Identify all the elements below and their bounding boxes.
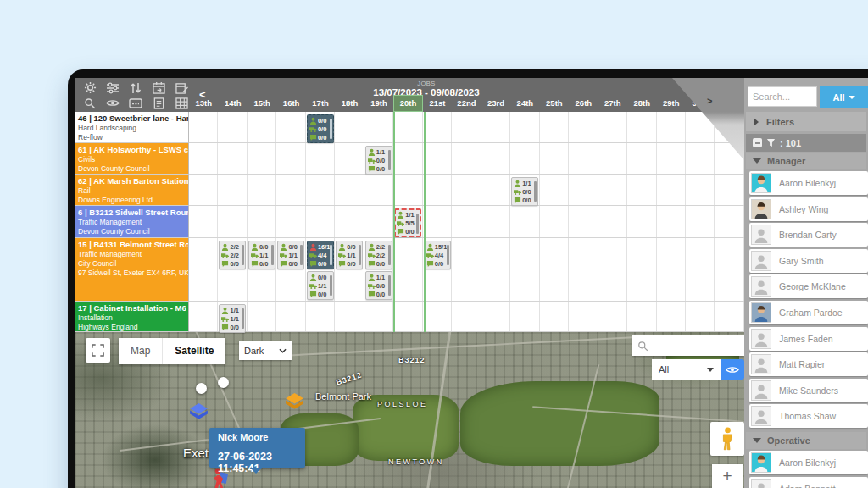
filters-label: Filters [766, 117, 794, 127]
filter-sliders-icon[interactable] [103, 80, 122, 95]
schedule-badge[interactable]: 1/15/50/0 [394, 208, 421, 237]
document-icon[interactable] [149, 96, 168, 110]
schedule-badge[interactable]: 1/10/00/0 [365, 146, 392, 175]
person-row[interactable]: Brendan Carty [749, 223, 868, 247]
person-row[interactable]: Aaron Bilenkyj [749, 171, 868, 195]
settings-icon[interactable] [81, 80, 99, 95]
sidebar-search-input[interactable] [748, 86, 817, 107]
person-row[interactable]: James Faden [749, 327, 868, 351]
map-fullscreen-button[interactable] [86, 338, 110, 363]
pegman-button[interactable] [710, 422, 744, 456]
day-header-22nd[interactable]: 22nd [452, 95, 481, 112]
badge-count-line: 0/0 [309, 133, 331, 141]
sort-icon[interactable] [126, 80, 145, 95]
badge-count-line: 0/0 [309, 259, 331, 268]
calendar-forward-icon[interactable] [149, 80, 168, 95]
person-row[interactable]: Mike Saunders [749, 379, 868, 402]
badge-count-line: 2/2 [221, 242, 243, 251]
schedule-badge[interactable]: 0/00/00/0 [307, 114, 334, 143]
map-marker-dot[interactable] [196, 383, 207, 394]
people-icon [309, 243, 317, 251]
filter-count-bar[interactable]: : 101 [746, 134, 866, 152]
person-row[interactable]: Ashley Wing [749, 197, 868, 221]
job-subtitle: Highways England [78, 323, 185, 331]
job-subtitle: Traffic Management [78, 250, 185, 258]
badge-count-line: 0/0 [309, 125, 331, 133]
schedule-badge[interactable]: 16/14/40/0 [307, 241, 334, 269]
visibility-icon[interactable] [103, 96, 122, 110]
map-tab[interactable]: Map [119, 338, 163, 364]
schedule-badge[interactable]: 1/10/00/0 [511, 177, 538, 206]
job-row-label[interactable]: 15 | B4131 Belmont Street RoTraffic Mana… [75, 238, 189, 302]
day-header-29th[interactable]: 29th [657, 95, 686, 112]
map-style-select[interactable]: Dark [239, 341, 292, 360]
day-header-20th[interactable]: 20th [393, 95, 422, 112]
badge-count-line: 1/1 [368, 147, 390, 156]
job-row-label[interactable]: 46 | 120 Sweetbrier lane - HarHard Lands… [75, 112, 189, 143]
day-header-24th[interactable]: 24th [510, 95, 539, 112]
day-header-28th[interactable]: 28th [627, 95, 656, 112]
person-row[interactable]: Thomas Shaw [749, 404, 868, 428]
table-grid-icon[interactable] [172, 96, 191, 110]
job-row-label[interactable]: 17 | Cabinet Installation - M6Installati… [75, 302, 189, 332]
schedule-badge[interactable]: 0/01/10/0 [307, 271, 334, 300]
job-title: 61 | AK Holsworthy - LSWS ca [78, 145, 185, 154]
day-header-16th[interactable]: 16th [276, 95, 305, 112]
satellite-tab[interactable]: Satellite [163, 338, 225, 364]
person-row[interactable]: Gary Smith [749, 249, 868, 273]
day-header-23rd[interactable]: 23rd [481, 95, 510, 112]
badge-count-line: 1/1 [280, 251, 302, 259]
sidebar-all-dropdown[interactable]: All [820, 86, 868, 108]
schedule-badge[interactable]: 0/01/10/0 [248, 241, 275, 269]
map-marker-layers-orange[interactable] [283, 393, 306, 416]
schedule-badge[interactable]: 1/10/00/0 [365, 271, 392, 300]
people-icon [514, 180, 521, 187]
job-row-label[interactable]: 61 | AK Holsworthy - LSWS caCivilsDevon … [75, 143, 189, 175]
badge-scrollbar [388, 245, 391, 265]
people-icon [426, 243, 434, 251]
calendar-edit-icon[interactable] [172, 80, 191, 95]
map-marker-dot[interactable] [218, 377, 229, 388]
chevron-right-icon [754, 118, 759, 126]
person-row[interactable]: Aaron Bilenkyj [749, 451, 868, 474]
day-header-18th[interactable]: 18th [335, 95, 364, 112]
person-row[interactable]: Adam Bennett [749, 477, 868, 488]
schedule-badge[interactable]: 2/22/20/0 [219, 241, 246, 269]
schedule-badge[interactable]: 15/14/40/0 [424, 241, 451, 269]
section-header-manager[interactable]: Manager [746, 152, 866, 169]
job-row-label[interactable]: 6 | B3212 Sidwell Street RounTraffic Man… [75, 206, 189, 238]
job-row-label[interactable]: 62 | AK Marsh Barton StationRailDowns En… [75, 175, 189, 206]
map-visibility-button[interactable] [721, 359, 744, 380]
day-header-27th[interactable]: 27th [598, 95, 627, 112]
badge-count-line: 0/0 [280, 259, 302, 268]
map-zoom-in-button[interactable]: + [712, 464, 743, 488]
schedule-badge[interactable]: 2/22/20/0 [365, 241, 392, 269]
schedule-badge[interactable]: 0/01/10/0 [277, 241, 304, 269]
filter-count-value: : 101 [780, 138, 801, 148]
badge-scrollbar [416, 214, 419, 234]
day-header-14th[interactable]: 14th [218, 95, 247, 112]
search-icon[interactable] [81, 96, 99, 110]
map-marker-layers-blue[interactable] [187, 403, 210, 426]
day-header-25th[interactable]: 25th [540, 95, 569, 112]
person-row[interactable]: George McKlane [749, 274, 868, 298]
section-header-operative[interactable]: Operative [746, 432, 866, 449]
scroll-left-button[interactable]: < [199, 88, 206, 101]
map-search-box[interactable] [632, 336, 744, 356]
person-row[interactable]: Matt Rapier [749, 352, 868, 376]
map-canvas[interactable]: B3212B3212Belmont ParkPOLSLOENEWTOWNExet… [75, 332, 744, 488]
map-filter-select[interactable]: All [652, 359, 721, 380]
day-header-26th[interactable]: 26th [569, 95, 598, 112]
day-header-17th[interactable]: 17th [306, 95, 335, 112]
person-row[interactable]: Graham Pardoe [749, 301, 868, 324]
id-card-icon[interactable] [126, 96, 145, 110]
day-header-21st[interactable]: 21st [423, 95, 452, 112]
schedule-badge[interactable]: 0/01/10/0 [336, 241, 363, 269]
day-header-15th[interactable]: 15th [248, 95, 276, 112]
filters-collapsible[interactable]: Filters [746, 112, 866, 131]
column-scroll-icon[interactable]: > [707, 96, 712, 106]
person-name: Ashley Wing [779, 204, 828, 214]
badge-count-line: 0/0 [309, 290, 331, 298]
day-header-19th[interactable]: 19th [364, 95, 393, 112]
schedule-badge[interactable]: 1/11/10/0 [219, 304, 246, 333]
